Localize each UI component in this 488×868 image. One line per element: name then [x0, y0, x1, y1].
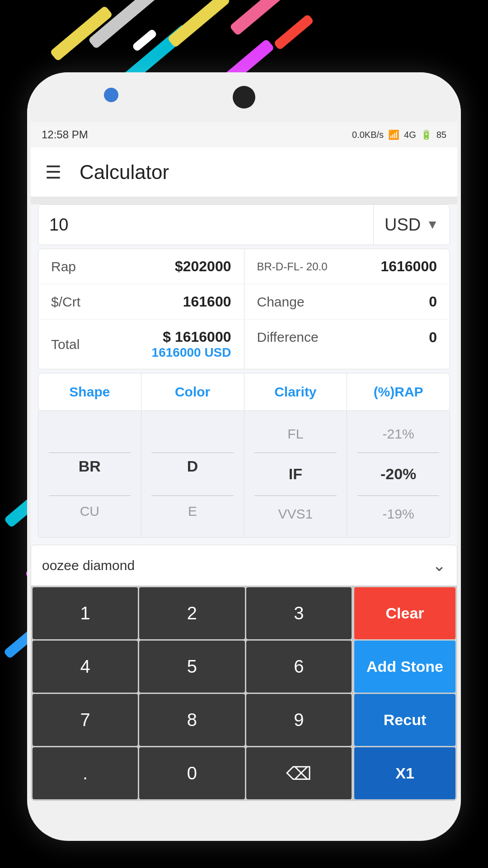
picker-shape: BR CU	[38, 411, 141, 537]
difference-label: Difference	[257, 330, 319, 345]
screen: 12:58 PM 0.0KB/s 📶 4G 🔋 85 ☰ Calculator …	[31, 122, 457, 801]
rap-value: $202000	[175, 258, 231, 275]
tab-clarity[interactable]: Clarity	[244, 373, 347, 410]
clarity-item-2: VVS1	[244, 503, 347, 525]
shape-item-1: BR	[38, 454, 141, 479]
phone-shell: 12:58 PM 0.0KB/s 📶 4G 🔋 85 ☰ Calculator …	[27, 72, 461, 841]
rap-item-2: -19%	[347, 503, 450, 525]
status-bar: 12:58 PM 0.0KB/s 📶 4G 🔋 85	[31, 122, 457, 147]
dropdown-label: oozee diamond	[42, 558, 135, 573]
signal-icon: 📶	[388, 129, 399, 140]
action-buttons: Clear Add Stone Recut X1	[353, 586, 457, 801]
recut-button[interactable]: Recut	[354, 694, 455, 746]
app-title: Calculator	[80, 161, 169, 184]
selector-tabs: Shape Color Clarity (%)RAP	[38, 373, 450, 411]
clarity-item-1: IF	[244, 462, 347, 486]
network-speed: 0.0KB/s	[352, 130, 384, 140]
total-value: $ 1616000	[163, 329, 231, 345]
x1-button[interactable]: X1	[354, 747, 455, 799]
clarity-item-0: FL	[244, 423, 347, 445]
main-content: USD ▼ Rap $202000 $/Crt 161600	[31, 204, 457, 801]
code-row: BR-D-FL- 20.0 1616000	[244, 249, 450, 284]
rap-item-1: -20%	[347, 462, 450, 486]
key-0[interactable]: 0	[139, 747, 244, 799]
front-camera	[233, 86, 255, 108]
keypad-grid: 1 2 3 4 5 6 7 8 9 . 0 ⌫	[31, 586, 353, 801]
battery-level: 85	[436, 130, 446, 140]
total-usd: 1616000 USD	[152, 345, 231, 360]
menu-icon[interactable]: ☰	[45, 162, 61, 183]
rap-label: Rap	[51, 259, 76, 274]
camera-area	[27, 72, 461, 122]
key-1[interactable]: 1	[33, 587, 138, 639]
add-stone-button[interactable]: Add Stone	[354, 641, 455, 693]
tab-shape[interactable]: Shape	[38, 373, 141, 410]
weight-input[interactable]	[38, 205, 373, 245]
currency-value: USD	[385, 215, 421, 235]
dropdown-row[interactable]: oozee diamond ⌄	[31, 545, 457, 585]
picker-rap: -21% -20% -19%	[347, 411, 450, 537]
currency-selector[interactable]: USD ▼	[373, 205, 450, 245]
shape-item-0	[38, 425, 141, 433]
key-backspace[interactable]: ⌫	[246, 747, 352, 799]
tab-rap[interactable]: (%)RAP	[347, 373, 450, 410]
total-cell: $ 1616000 1616000 USD	[152, 329, 231, 360]
code-label: BR-D-FL- 20.0	[257, 260, 328, 273]
currency-dropdown-arrow: ▼	[426, 217, 439, 232]
change-value: 0	[429, 293, 437, 310]
per-crt-value: 161600	[183, 293, 231, 310]
key-7[interactable]: 7	[33, 694, 138, 746]
change-label: Change	[257, 294, 305, 310]
per-crt-label: $/Crt	[51, 294, 80, 310]
results-table: Rap $202000 $/Crt 161600 Total $ 1616000…	[38, 249, 450, 369]
status-time: 12:58 PM	[42, 128, 88, 141]
dropdown-chevron-icon: ⌄	[432, 556, 446, 575]
key-3[interactable]: 3	[246, 587, 352, 639]
key-dot[interactable]: .	[33, 747, 138, 799]
change-row: Change 0	[244, 284, 450, 320]
tab-color[interactable]: Color	[141, 373, 244, 410]
clear-button[interactable]: Clear	[354, 587, 455, 639]
status-icons: 0.0KB/s 📶 4G 🔋 85	[352, 129, 446, 140]
difference-row: Difference 0	[244, 320, 450, 355]
picker-area: BR CU D E FL IF VVS1	[38, 411, 450, 538]
per-crt-row: $/Crt 161600	[38, 284, 244, 320]
total-label: Total	[51, 337, 80, 352]
results-col-right: BR-D-FL- 20.0 1616000 Change 0 Differenc…	[244, 249, 450, 369]
input-row: USD ▼	[38, 204, 450, 245]
front-camera-small	[104, 88, 118, 102]
key-9[interactable]: 9	[246, 694, 352, 746]
key-8[interactable]: 8	[139, 694, 244, 746]
rap-item-0: -21%	[347, 423, 450, 445]
rap-row: Rap $202000	[38, 249, 244, 284]
shape-item-2: CU	[38, 500, 141, 523]
keypad-section: 1 2 3 4 5 6 7 8 9 . 0 ⌫ Clear Add Stone	[31, 585, 457, 801]
key-2[interactable]: 2	[139, 587, 244, 639]
code-value: 1616000	[380, 258, 437, 275]
color-item-2: E	[141, 500, 244, 523]
picker-clarity: FL IF VVS1	[244, 411, 347, 537]
difference-value: 0	[429, 329, 437, 346]
network-type: 4G	[404, 130, 416, 140]
results-col-left: Rap $202000 $/Crt 161600 Total $ 1616000…	[38, 249, 244, 369]
total-row: Total $ 1616000 1616000 USD	[38, 320, 244, 369]
color-item-0	[141, 425, 244, 433]
color-item-1: D	[141, 454, 244, 479]
key-6[interactable]: 6	[246, 641, 352, 693]
battery-icon: 🔋	[421, 129, 432, 140]
key-4[interactable]: 4	[33, 641, 138, 693]
picker-color: D E	[141, 411, 244, 537]
app-bar: ☰ Calculator	[31, 147, 457, 197]
key-5[interactable]: 5	[139, 641, 244, 693]
